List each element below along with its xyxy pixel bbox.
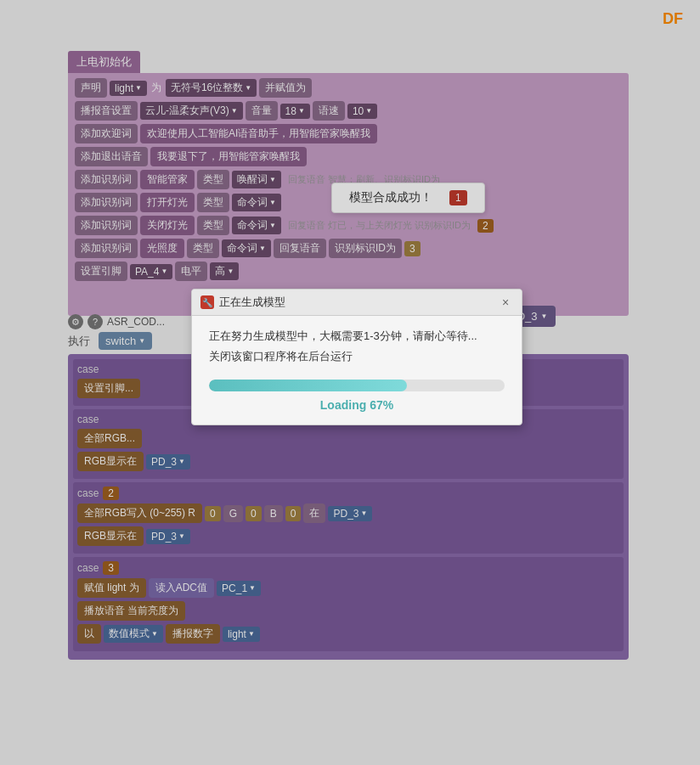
modal-title-left: 🔧 正在生成模型	[200, 295, 285, 310]
progress-bar-bg	[209, 380, 505, 391]
progress-label: Loading 67%	[209, 398, 505, 412]
modal-icon: 🔧	[200, 295, 214, 309]
modal-close-button[interactable]: ×	[498, 295, 513, 310]
modal-title-text: 正在生成模型	[219, 295, 285, 310]
modal-msg1: 正在努力生成模型中，大概需要1-3分钟，请耐心等待...	[209, 329, 505, 344]
progress-bar-fill	[209, 380, 407, 391]
modal-body: 正在努力生成模型中，大概需要1-3分钟，请耐心等待... 关闭该窗口程序将在后台…	[192, 316, 522, 425]
modal-titlebar: 🔧 正在生成模型 ×	[192, 290, 522, 316]
generate-model-modal: 🔧 正在生成模型 × 正在努力生成模型中，大概需要1-3分钟，请耐心等待... …	[191, 289, 522, 425]
modal-msg2: 关闭该窗口程序将在后台运行	[209, 349, 505, 364]
